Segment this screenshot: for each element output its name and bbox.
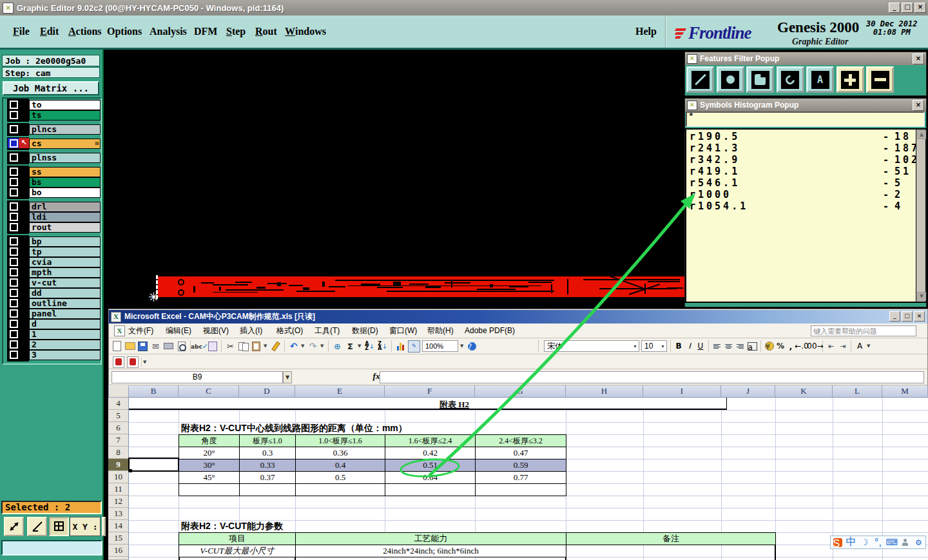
redo-icon[interactable]: ↷ [307, 341, 318, 352]
cell-F11[interactable] [385, 483, 476, 496]
cell-F10[interactable]: 0.64 [385, 471, 476, 484]
layer-checkbox-cs[interactable] [10, 139, 18, 148]
layer-checkbox-bp[interactable] [10, 237, 18, 246]
layer-checkbox-dd[interactable] [10, 289, 18, 297]
layer-dd[interactable]: dd [29, 288, 101, 298]
text-tool-button[interactable]: A [806, 66, 834, 93]
row-header-13[interactable]: 13 [108, 508, 129, 520]
comma-icon[interactable]: , [787, 341, 795, 352]
row-header-10[interactable]: 10 [108, 471, 129, 483]
layer-checkbox-mpth[interactable] [10, 268, 18, 276]
header-cell[interactable]: 1.6<板厚≤2.4 [385, 434, 476, 447]
layer-ts[interactable]: ts [29, 110, 101, 121]
layer-checkbox-v-cut[interactable] [10, 278, 18, 287]
pdf-convert-email-icon[interactable] [127, 356, 139, 368]
save-icon[interactable] [137, 341, 148, 352]
column-header-F[interactable]: F [385, 385, 475, 398]
layer-checkbox-ss[interactable] [10, 168, 18, 176]
dropdown-icon[interactable]: ▼ [264, 341, 268, 352]
font-color-icon[interactable]: A [855, 341, 865, 352]
layer-d[interactable]: d [29, 319, 101, 329]
layer-checkbox-bs[interactable] [10, 178, 18, 186]
row-header-5[interactable]: 5 [108, 410, 129, 422]
quadrant-view-button[interactable] [49, 517, 69, 536]
font-name-combo[interactable]: 宋体▼ [544, 340, 639, 352]
menu-analysis[interactable]: Analysis [150, 15, 187, 48]
excel-menu-6[interactable]: 数据(D) [352, 323, 378, 338]
excel-menu-9[interactable]: Adobe PDF(B) [465, 323, 515, 338]
layer-1[interactable]: 1 [29, 329, 101, 340]
column-header-E[interactable]: E [295, 385, 385, 398]
pdf-toolbar-dropdown-icon[interactable]: ▼ [141, 357, 150, 367]
menu-help[interactable]: Help [635, 15, 657, 48]
remove-filter-button[interactable] [866, 66, 894, 93]
column-header-H[interactable]: H [566, 385, 643, 398]
layer-checkbox-outline[interactable] [10, 299, 18, 307]
formula-input[interactable] [380, 371, 924, 383]
histogram-filter-input[interactable]: * [686, 111, 925, 127]
decrease-decimal-icon[interactable]: .00→ [809, 341, 819, 352]
autosum-icon[interactable]: Σ [345, 341, 356, 352]
layer-checkbox-to[interactable] [10, 101, 18, 109]
pad-tool-button[interactable] [717, 66, 744, 93]
surface-tool-button[interactable] [746, 66, 774, 93]
cell-C10[interactable]: 45° [179, 471, 240, 484]
maximize-button[interactable]: □ [902, 3, 913, 13]
row-header-15[interactable]: 15 [108, 532, 129, 545]
layer-v-cut[interactable]: v-cut [29, 278, 101, 288]
layer-checkbox-2[interactable] [10, 340, 18, 349]
cell-G9[interactable]: 0.59 [475, 459, 566, 472]
histogram-scrollbar[interactable]: ▲ ▼ [916, 130, 925, 302]
layer-panel[interactable]: panel [29, 309, 101, 319]
align-left-icon[interactable] [712, 341, 722, 352]
table2-header-cell[interactable]: 工艺能力 [295, 532, 566, 545]
spell-icon[interactable]: abc✓ [194, 341, 205, 352]
cell-G8[interactable]: 0.47 [475, 447, 566, 459]
chart-wizard-icon[interactable] [395, 341, 406, 352]
menu-windows[interactable]: Windows [285, 15, 326, 48]
column-header-J[interactable]: J [721, 385, 775, 398]
tools-wrench-icon[interactable]: ⚙ [913, 537, 924, 548]
layer-checkbox-tp[interactable] [10, 247, 18, 256]
cell-C11[interactable] [179, 483, 240, 496]
menu-file[interactable]: File [13, 15, 30, 48]
layer-checkbox-panel[interactable] [10, 309, 18, 318]
close-button[interactable]: × [914, 3, 926, 13]
excel-menu-4[interactable]: 格式(O) [276, 323, 303, 338]
column-header-D[interactable]: D [239, 385, 295, 398]
layer-checkbox-drl[interactable] [10, 202, 18, 211]
cell-D9[interactable]: 0.33 [239, 459, 296, 472]
chinese-mode-icon[interactable]: 中 [846, 537, 856, 548]
header-cell[interactable]: 角度 [179, 434, 240, 447]
row-header-6[interactable]: 6 [108, 422, 129, 434]
row-header-9[interactable]: 9 [108, 459, 129, 471]
excel-titlebar[interactable]: X Microsoft Excel - CAM中心P3CAM制作规范.xls [… [109, 310, 927, 323]
row-header-12[interactable]: 12 [108, 496, 129, 508]
decrease-indent-icon[interactable]: ⇤ [826, 341, 836, 352]
layer-to[interactable]: to [29, 100, 101, 110]
cell-C8[interactable]: 20° [179, 447, 240, 459]
cell-C16[interactable]: V-CUT最大最小尺寸 [179, 545, 296, 557]
paste-icon[interactable] [251, 341, 262, 352]
layer-checkbox-plncs[interactable] [10, 125, 18, 133]
pdf-convert-icon[interactable] [113, 356, 124, 368]
cell-D11[interactable] [239, 483, 296, 496]
layer-bs[interactable]: bs [29, 177, 101, 188]
add-filter-button[interactable] [836, 66, 864, 93]
cell-C9[interactable]: 30° [179, 459, 240, 472]
row-header-17[interactable] [108, 557, 129, 560]
row-header-14[interactable]: 14 [108, 520, 129, 532]
layer-rout[interactable]: rout [29, 222, 101, 233]
layer-cs[interactable]: cs [29, 139, 101, 149]
format-painter-icon[interactable] [270, 341, 281, 352]
increase-indent-icon[interactable]: ⇥ [838, 341, 847, 352]
cell-G11[interactable] [475, 483, 566, 496]
layer-bp[interactable]: bp [29, 237, 101, 247]
layer-drl[interactable]: drl [29, 202, 101, 212]
layer-checkbox-rout[interactable] [10, 223, 18, 231]
dropdown-icon[interactable]: ▼ [320, 341, 325, 352]
undo-icon[interactable]: ↶ [288, 341, 299, 352]
histogram-popup-close[interactable]: × [913, 100, 924, 111]
bold-icon[interactable]: B [674, 341, 683, 352]
preview-icon[interactable] [176, 341, 187, 352]
